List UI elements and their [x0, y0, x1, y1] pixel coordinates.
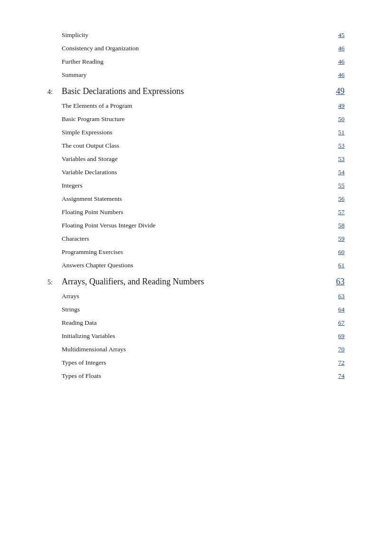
chapter-label: 4: Basic Declarations and Expressions	[47, 86, 184, 96]
toc-section-entry: Simplicity45	[47, 28, 345, 42]
section-title: Floating Point Numbers	[47, 208, 123, 216]
section-page-link[interactable]: 64	[330, 306, 345, 313]
section-page-link[interactable]: 50	[330, 115, 345, 123]
toc-chapter-entry: 5: Arrays, Qualifiers, and Reading Numbe…	[47, 272, 345, 290]
chapter-number: 5:	[47, 279, 62, 286]
chapter-label: 5: Arrays, Qualifiers, and Reading Numbe…	[47, 277, 204, 287]
section-title: Multidimensional Arrays	[47, 346, 126, 353]
section-title: Variables and Storage	[47, 155, 118, 163]
section-page-link[interactable]: 55	[330, 182, 345, 189]
section-page-link[interactable]: 56	[330, 195, 345, 203]
section-title: Characters	[47, 235, 89, 243]
section-page-link[interactable]: 67	[330, 319, 345, 327]
section-title: The cout Output Class	[47, 142, 119, 150]
toc-section-entry: Simple Expressions51	[47, 126, 345, 139]
toc-section-entry: Assignment Statements56	[47, 192, 345, 206]
section-page-link[interactable]: 53	[330, 142, 345, 150]
section-title: Programming Exercises	[47, 248, 123, 256]
toc-section-entry: Consistency and Organization46	[47, 42, 345, 55]
toc-section-entry: Integers55	[47, 179, 345, 192]
section-title: Strings	[47, 306, 80, 313]
toc-section-entry: Basic Program Structure50	[47, 113, 345, 126]
section-title: Assignment Statements	[47, 195, 122, 203]
toc-section-entry: Types of Floats74	[47, 369, 345, 383]
section-page-link[interactable]: 63	[330, 292, 345, 300]
chapter-page-link[interactable]: 49	[330, 86, 345, 96]
toc-section-entry: Arrays63	[47, 290, 345, 303]
toc-section-entry: Reading Data67	[47, 316, 345, 329]
section-page-link[interactable]: 69	[330, 332, 345, 340]
section-title: Simple Expressions	[47, 129, 112, 136]
section-page-link[interactable]: 53	[330, 155, 345, 163]
section-page-link[interactable]: 51	[330, 129, 345, 136]
toc-section-entry: Programming Exercises60	[47, 245, 345, 259]
toc-section-entry: Multidimensional Arrays70	[47, 343, 345, 356]
toc-section-entry: The cout Output Class53	[47, 139, 345, 152]
section-page-link[interactable]: 57	[330, 208, 345, 216]
section-title: Reading Data	[47, 319, 97, 327]
section-page-link[interactable]: 70	[330, 346, 345, 353]
section-title: Simplicity	[47, 31, 88, 39]
section-title: Floating Point Versus Integer Divide	[47, 222, 156, 229]
section-title: Variable Declarations	[47, 169, 117, 176]
toc-section-entry: Strings64	[47, 303, 345, 316]
section-title: Further Reading	[47, 58, 103, 66]
section-page-link[interactable]: 59	[330, 235, 345, 243]
toc-section-entry: Types of Integers72	[47, 356, 345, 369]
toc-section-entry: Variables and Storage53	[47, 152, 345, 166]
toc-section-entry: Characters59	[47, 232, 345, 245]
section-page-link[interactable]: 49	[330, 102, 345, 110]
toc-section-entry: Answers Chapter Questions61	[47, 259, 345, 272]
toc-section-entry: Floating Point Versus Integer Divide58	[47, 219, 345, 232]
section-page-link[interactable]: 46	[330, 71, 345, 79]
section-title: Initializing Variables	[47, 332, 115, 340]
section-page-link[interactable]: 46	[330, 45, 345, 52]
section-page-link[interactable]: 60	[330, 248, 345, 256]
section-title: Summary	[47, 71, 87, 79]
chapter-page-link[interactable]: 63	[330, 277, 345, 287]
section-title: Arrays	[47, 292, 79, 300]
section-page-link[interactable]: 72	[330, 359, 345, 367]
section-title: Basic Program Structure	[47, 115, 125, 123]
toc-chapter-entry: 4: Basic Declarations and Expressions49	[47, 82, 345, 99]
chapter-title: Basic Declarations and Expressions	[62, 86, 184, 96]
section-title: Types of Integers	[47, 359, 106, 367]
section-page-link[interactable]: 46	[330, 58, 345, 66]
chapter-number: 4:	[47, 88, 62, 96]
toc-section-entry: Initializing Variables69	[47, 329, 345, 343]
section-page-link[interactable]: 61	[330, 262, 345, 269]
toc-section-entry: Floating Point Numbers57	[47, 206, 345, 219]
section-page-link[interactable]: 58	[330, 222, 345, 229]
section-page-link[interactable]: 54	[330, 169, 345, 176]
section-page-link[interactable]: 45	[330, 31, 345, 39]
section-page-link[interactable]: 74	[330, 372, 345, 380]
chapter-title: Arrays, Qualifiers, and Reading Numbers	[62, 277, 204, 287]
section-title: Answers Chapter Questions	[47, 262, 133, 269]
toc-section-entry: The Elements of a Program49	[47, 99, 345, 113]
toc-section-entry: Summary46	[47, 68, 345, 82]
section-title: Types of Floats	[47, 372, 101, 380]
section-title: Integers	[47, 182, 82, 189]
section-title: Consistency and Organization	[47, 45, 139, 52]
toc-section-entry: Further Reading46	[47, 55, 345, 68]
toc-section-entry: Variable Declarations54	[47, 166, 345, 179]
section-title: The Elements of a Program	[47, 102, 132, 110]
toc-container: Simplicity45Consistency and Organization…	[47, 28, 345, 383]
